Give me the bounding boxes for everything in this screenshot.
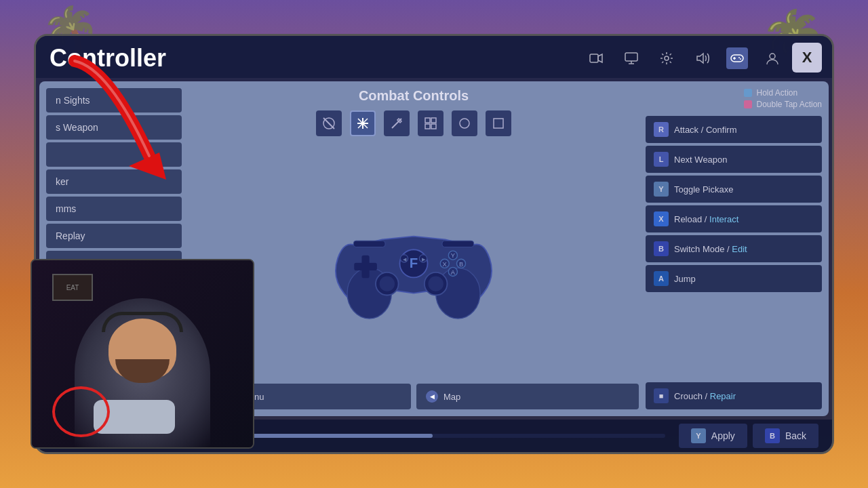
svg-rect-0 [590,54,598,62]
map-button[interactable]: ◀ Map [416,384,639,409]
tab-combat-active[interactable] [350,110,376,136]
webcam-content: EAT [32,260,253,447]
next-weapon-label: Next Weapon [674,155,728,165]
svg-point-10 [738,57,740,58]
apply-label: Apply [711,430,735,441]
svg-point-45 [428,276,443,291]
left-item-comms[interactable]: mms [46,197,182,221]
hold-action-legend: Hold Action [744,88,822,98]
repair-highlight: Repair [710,391,736,401]
svg-rect-2 [625,53,637,61]
map-icon: ◀ [426,390,438,403]
right-item-attack[interactable]: R Attack / Confirm [646,116,822,143]
svg-marker-6 [697,54,703,63]
hold-action-dot [744,89,752,97]
svg-rect-25 [431,124,436,129]
tab-combat[interactable] [316,110,342,136]
nav-video-icon[interactable] [585,47,607,69]
svg-point-26 [460,119,469,128]
close-button[interactable]: X [792,43,822,73]
jump-badge: A [654,271,669,286]
nav-controller-icon[interactable] [726,47,748,69]
svg-marker-1 [598,54,602,62]
nav-audio-icon[interactable] [691,47,713,69]
apply-badge: Y [691,428,706,443]
left-item-replay[interactable]: Replay [46,224,182,248]
svg-rect-27 [494,119,503,128]
left-item-3[interactable] [46,142,182,167]
window-title: Controller [50,44,166,73]
left-item-aim-sights[interactable]: n Sights [46,88,182,113]
double-tap-legend: Double Tap Action [744,100,822,109]
reload-label: Reload / Interact [674,214,738,224]
right-item-switch-mode[interactable]: B Switch Mode / Edit [646,235,822,262]
svg-rect-24 [425,124,430,129]
svg-rect-23 [431,118,436,123]
toggle-pickaxe-label: Toggle Pickaxe [674,184,733,195]
right-item-crouch[interactable]: ■ Crouch / Repair [646,382,822,409]
svg-text:F: F [410,255,418,270]
attack-label: Attack / Confirm [674,125,736,135]
tab-pickaxe[interactable] [384,110,410,136]
right-panel: Hold Action Double Tap Action R Attack /… [646,88,822,409]
back-button[interactable]: B Back [753,424,818,448]
left-item-marker[interactable]: ker [46,169,182,194]
right-item-reload[interactable]: X Reload / Interact [646,205,822,232]
svg-rect-7 [731,55,743,62]
legend: Hold Action Double Tap Action [744,88,822,109]
interact-highlight: Interact [709,214,738,224]
svg-rect-31 [354,263,377,270]
section-title: Combat Controls [359,88,469,104]
svg-text:A: A [451,269,456,276]
right-item-toggle-pickaxe[interactable]: Y Toggle Pickaxe [646,176,822,203]
tab-building[interactable] [418,110,443,136]
crouch-label: Crouch / Repair [674,391,736,401]
svg-point-5 [665,56,669,60]
svg-point-11 [740,58,741,60]
crouch-badge: ■ [654,388,669,403]
switch-mode-label: Switch Mode / Edit [674,244,747,254]
header: Controller [36,36,832,78]
switch-mode-badge: B [654,241,669,256]
center-panel: Combat Controls [189,88,639,409]
controller-graphic: F Y B X A [319,143,509,380]
nav-gear-icon[interactable] [656,47,677,69]
svg-point-12 [770,54,775,59]
jump-label: Jump [674,274,696,284]
edit-highlight: Edit [732,244,747,254]
attack-badge: R [654,122,669,137]
tab-circle[interactable] [452,110,477,136]
svg-text:B: B [459,261,463,268]
svg-text:X: X [443,261,448,268]
nav-icons [585,47,818,69]
back-badge: B [765,428,780,443]
webcam-overlay: EAT [31,259,254,449]
svg-point-43 [380,276,395,291]
reload-badge: X [654,211,669,226]
toggle-pickaxe-badge: Y [654,182,669,197]
svg-rect-47 [442,241,474,247]
apply-button[interactable]: Y Apply [679,424,747,448]
back-label: Back [785,430,806,441]
svg-text:Y: Y [451,252,456,259]
next-weapon-badge: L [654,152,669,167]
svg-rect-22 [425,118,430,123]
right-item-jump[interactable]: A Jump [646,265,822,292]
tab-square[interactable] [486,110,511,136]
nav-monitor-icon[interactable] [620,47,642,69]
tab-icons [316,110,511,136]
right-item-next-weapon[interactable]: L Next Weapon [646,146,822,173]
bottom-center-buttons: ▶ Game Menu ◀ Map [189,384,639,409]
left-item-prev-weapon[interactable]: s Weapon [46,115,182,140]
nav-user-icon[interactable] [762,47,783,69]
double-tap-dot [744,100,752,108]
svg-rect-46 [353,241,385,247]
circle-overlay [52,386,110,437]
